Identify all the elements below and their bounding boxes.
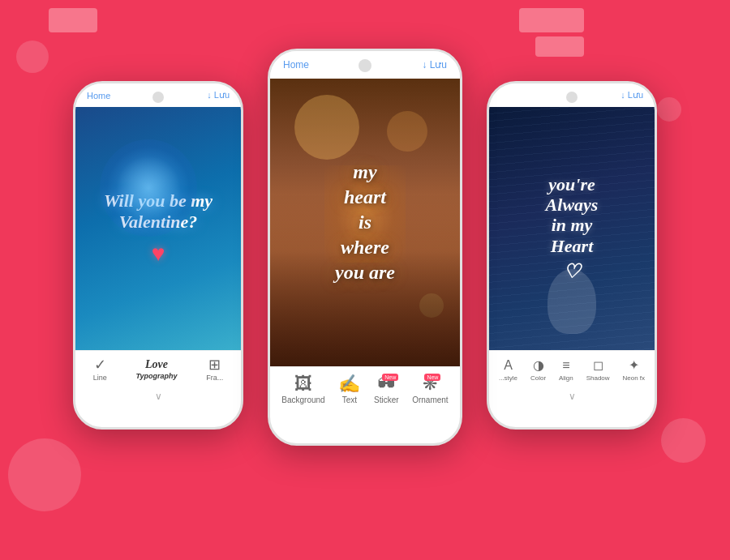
phone-right-notch: [566, 92, 578, 103]
bokeh-2: [387, 111, 427, 152]
phones-container: Home ↓ Lưu Will you be my Valentine? ♥ ✓…: [49, 41, 681, 543]
bg-decoration-2: [519, 8, 584, 32]
sticker-badge: New: [382, 374, 398, 381]
style-label: ...style: [499, 374, 517, 382]
left-glow-inner: [116, 156, 181, 220]
ornament-label: Ornament: [412, 395, 448, 404]
toolbar-center-ornament[interactable]: ❋ New Ornament: [412, 375, 448, 404]
phone-right-save-label: ↓ Lưu: [620, 90, 643, 100]
color-icon: ◑: [533, 357, 544, 373]
phone-left-toolbar: ✓ Line Love Typography ⊞ Fra...: [75, 350, 241, 388]
phone-center-save-label: ↓ Lưu: [422, 59, 447, 71]
toolbar-right-color[interactable]: ◑ Color: [530, 357, 546, 382]
bg-decoration-1: [49, 8, 97, 32]
phone-right: ↓ Lưu you'reAlwaysin myHeart ♡ A ...styl…: [487, 81, 657, 430]
phone-left-home-label: Home: [87, 91, 110, 100]
shadow-icon: ◻: [593, 357, 603, 373]
color-label: Color: [530, 374, 546, 382]
phone-left: Home ↓ Lưu Will you be my Valentine? ♥ ✓…: [73, 81, 243, 430]
toolbar-right-neonfx[interactable]: ✦ Neon fx: [622, 357, 645, 382]
ornament-badge: New: [424, 374, 440, 381]
phone-left-screen: Will you be my Valentine? ♥: [75, 107, 241, 350]
center-screen-text: myheartiswhereyou are: [335, 160, 395, 286]
right-chevron: ∨: [489, 388, 655, 404]
phone-center: Home ↓ Lưu myheartiswhereyou are 🖼 Backg…: [268, 49, 462, 446]
phone-center-screen: myheartiswhereyou are: [270, 79, 460, 366]
frame-icon: ⊞: [208, 357, 221, 372]
sticker-label: Sticker: [374, 395, 399, 404]
left-heart-icon: ♥: [84, 240, 233, 267]
toolbar-center-sticker[interactable]: 🕶 New Sticker: [374, 375, 399, 404]
phone-center-notch: [359, 59, 371, 72]
toolbar-center-background[interactable]: 🖼 Background: [281, 375, 324, 404]
neonfx-label: Neon fx: [622, 374, 645, 382]
style-icon: A: [504, 358, 513, 373]
toolbar-right-shadow[interactable]: ◻ Shadow: [586, 357, 610, 382]
bg-blob-2: [16, 41, 49, 73]
typography-icon: Love: [145, 359, 168, 370]
align-label: Align: [559, 374, 573, 382]
phone-left-save-label: ↓ Lưu: [207, 90, 230, 100]
toolbar-left-line[interactable]: ✓ Line: [93, 357, 107, 382]
toolbar-center-text[interactable]: ✍ Text: [338, 375, 360, 404]
typography-label: Typography: [135, 372, 177, 380]
align-icon: ≡: [562, 358, 569, 373]
neonfx-icon: ✦: [629, 357, 639, 373]
phone-left-notch: [152, 92, 164, 103]
right-silhouette: [548, 269, 596, 334]
toolbar-right-align[interactable]: ≡ Align: [559, 358, 573, 382]
left-chevron: ∨: [75, 388, 241, 404]
toolbar-right-style[interactable]: A ...style: [499, 358, 517, 382]
background-icon: 🖼: [294, 375, 312, 393]
phone-right-toolbar: A ...style ◑ Color ≡ Align ◻ Shadow ✦ Ne…: [489, 350, 655, 388]
line-label: Line: [93, 374, 107, 382]
toolbar-left-frame[interactable]: ⊞ Fra...: [206, 357, 223, 382]
text-label: Text: [342, 395, 357, 404]
phone-right-screen: you'reAlwaysin myHeart ♡: [489, 107, 655, 350]
bokeh-1: [294, 95, 359, 160]
line-icon: ✓: [94, 357, 106, 372]
frame-label: Fra...: [206, 374, 223, 382]
phone-center-home-label: Home: [283, 59, 309, 71]
shadow-label: Shadow: [586, 374, 610, 382]
phone-center-toolbar: 🖼 Background ✍ Text 🕶 New Sticker ❋ New: [270, 366, 460, 413]
background-label: Background: [281, 395, 324, 404]
toolbar-left-typography[interactable]: Love Typography: [135, 359, 177, 380]
text-icon: ✍: [338, 375, 360, 393]
